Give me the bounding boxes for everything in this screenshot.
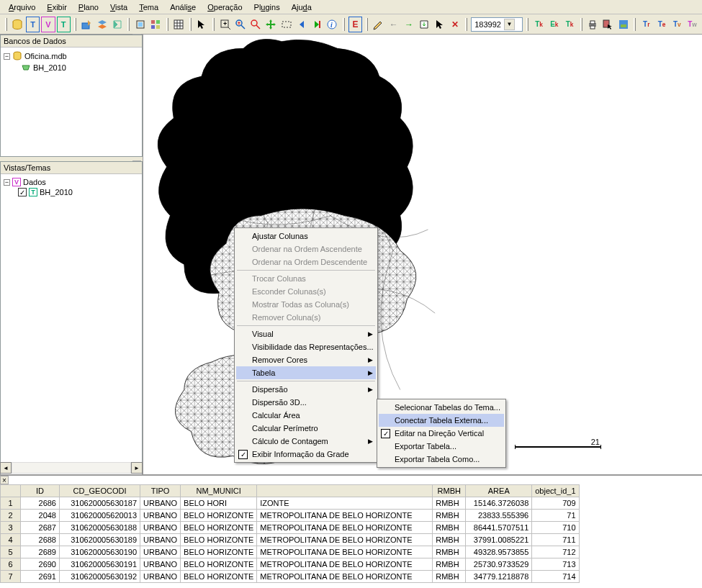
t-icon[interactable]: T: [26, 17, 40, 32]
full-icon[interactable]: [133, 17, 147, 32]
cell[interactable]: URBANO: [140, 510, 181, 522]
menu-item[interactable]: Editar na Direção Vertical✓: [379, 427, 504, 440]
extent-icon[interactable]: [279, 17, 293, 32]
cell[interactable]: URBANO: [140, 522, 181, 534]
cell[interactable]: 2686: [21, 497, 60, 510]
zoom-out-icon[interactable]: [248, 17, 262, 32]
cell[interactable]: IZONTE: [257, 497, 433, 510]
menu-plano[interactable]: Plano: [73, 1, 104, 13]
cell[interactable]: METROPOLITANA DE BELO HORIZONTE: [257, 546, 433, 558]
cell[interactable]: BELO HORIZONTE: [181, 510, 257, 522]
cell[interactable]: BELO HORIZONTE: [181, 571, 257, 583]
collapse-icon[interactable]: −: [4, 53, 10, 60]
cell[interactable]: 1: [1, 497, 21, 510]
table-row[interactable]: 72691310620005630192URBANOBELO HORIZONTE…: [1, 571, 580, 583]
sel-icon[interactable]: [601, 17, 615, 32]
tv-icon[interactable]: Tv: [670, 17, 684, 32]
cell[interactable]: 713: [532, 558, 579, 571]
menu-operacao[interactable]: Operação: [202, 1, 248, 13]
cell[interactable]: METROPOLITANA DE BELO HORIZONTE: [257, 558, 433, 571]
chevron-down-icon[interactable]: ▼: [504, 19, 515, 30]
pan-icon[interactable]: [264, 17, 278, 32]
cell[interactable]: METROPOLITANA DE BELO HORIZONTE: [257, 534, 433, 546]
menu-item[interactable]: Mostrar Todas as Coluna(s): [236, 298, 376, 311]
menu-ajuda[interactable]: Ajuda: [286, 1, 318, 13]
rast-icon[interactable]: [616, 17, 630, 32]
cell[interactable]: 4: [1, 534, 21, 546]
cell[interactable]: BELO HORIZONTE: [181, 558, 257, 571]
dl-icon[interactable]: [418, 17, 431, 32]
menu-item[interactable]: Visual▶: [236, 327, 376, 340]
checkbox-icon[interactable]: ✓: [381, 429, 390, 438]
cell[interactable]: 712: [532, 546, 579, 558]
cell[interactable]: BELO HORIZONTE: [181, 534, 257, 546]
tw-icon[interactable]: Tw: [685, 17, 699, 32]
menu-item[interactable]: Remover Cores▶: [236, 353, 376, 366]
column-header[interactable]: CD_GEOCODI: [60, 485, 140, 497]
cell[interactable]: 15146.3726038: [466, 497, 532, 510]
column-header[interactable]: NM_MUNICI: [181, 485, 257, 497]
cell[interactable]: METROPOLITANA DE BELO HORIZONTE: [257, 571, 433, 583]
view-theme[interactable]: ✓ T BH_2010: [4, 187, 139, 197]
cell[interactable]: 310620005630187: [60, 497, 140, 510]
layer-icon[interactable]: [95, 17, 109, 32]
cell[interactable]: BELO HORI: [181, 497, 257, 510]
menu-item[interactable]: Exportar Tabela...: [379, 440, 504, 453]
cell[interactable]: 2689: [21, 546, 60, 558]
menu-item[interactable]: Exibir Informação da Grade✓: [236, 448, 376, 461]
menu-item[interactable]: Conectar Tabela Externa...: [379, 414, 504, 427]
menu-item[interactable]: Selecionar Tabelas do Tema...: [379, 401, 504, 414]
cell[interactable]: 2: [1, 510, 21, 522]
print-icon[interactable]: [586, 17, 600, 32]
table-row[interactable]: 62690310620005630191URBANOBELO HORIZONTE…: [1, 558, 580, 571]
cell[interactable]: 711: [532, 534, 579, 546]
pointer-icon[interactable]: [195, 17, 209, 32]
table-row[interactable]: 32687310620005630188URBANOBELO HORIZONTE…: [1, 522, 580, 534]
close-icon[interactable]: ×: [0, 476, 9, 484]
menu-item[interactable]: Esconder Colunas(s): [236, 285, 376, 298]
menu-item[interactable]: Dispersão 3D...: [236, 396, 376, 409]
cell[interactable]: 310620005630189: [60, 534, 140, 546]
scroll-left-icon[interactable]: ◄: [0, 462, 12, 474]
menu-item[interactable]: Calcular Área: [236, 409, 376, 422]
back-icon[interactable]: ←: [387, 17, 400, 32]
checkbox-icon[interactable]: ✓: [238, 450, 248, 459]
cell[interactable]: METROPOLITANA DE BELO HORIZONTE: [257, 510, 433, 522]
menu-plugins[interactable]: Plugins: [248, 1, 286, 13]
menu-item[interactable]: Ajustar Colunas: [236, 230, 376, 243]
info-icon[interactable]: i: [325, 17, 339, 32]
cell[interactable]: 23833.555396: [466, 510, 532, 522]
menu-exibir[interactable]: Exibir: [41, 1, 73, 13]
next-icon[interactable]: [310, 17, 323, 32]
cell[interactable]: 5: [1, 546, 21, 558]
cell[interactable]: 71: [532, 510, 579, 522]
cell[interactable]: 2690: [21, 558, 60, 571]
cell[interactable]: 34779.1218878: [466, 571, 532, 583]
cell[interactable]: RMBH: [433, 522, 466, 534]
zoom-in-icon[interactable]: +: [218, 17, 232, 32]
menu-item[interactable]: Exportar Tabela Como...: [379, 453, 504, 466]
scale-combo[interactable]: 183992 ▼: [471, 17, 523, 32]
cell[interactable]: RMBH: [433, 546, 466, 558]
column-header[interactable]: [257, 485, 433, 497]
region-icon[interactable]: [110, 17, 124, 32]
cell[interactable]: METROPOLITANA DE BELO HORIZONTE: [257, 522, 433, 534]
zoom-icon[interactable]: ±: [233, 17, 247, 32]
tk2-icon[interactable]: Tk: [562, 17, 576, 32]
checkbox-icon[interactable]: ✓: [18, 188, 27, 196]
prev-icon[interactable]: [294, 17, 308, 32]
tk-icon[interactable]: Tk: [532, 17, 546, 32]
db-icon[interactable]: [11, 17, 24, 32]
column-header[interactable]: object_id_1: [532, 485, 579, 497]
menu-vista[interactable]: Vista: [104, 1, 133, 13]
column-header[interactable]: AREA: [466, 485, 532, 497]
cell[interactable]: RMBH: [433, 497, 466, 510]
menu-item[interactable]: Ordenar na Ordem Descendente: [236, 255, 376, 268]
cell[interactable]: RMBH: [433, 510, 466, 522]
column-header[interactable]: RMBH: [433, 485, 466, 497]
tr-icon[interactable]: Tr: [639, 17, 653, 32]
scroll-track[interactable]: [12, 462, 131, 474]
cell[interactable]: 25730.9733529: [466, 558, 532, 571]
cell[interactable]: BELO HORIZONTE: [181, 546, 257, 558]
menu-arquivo[interactable]: Arquivo: [3, 1, 41, 13]
